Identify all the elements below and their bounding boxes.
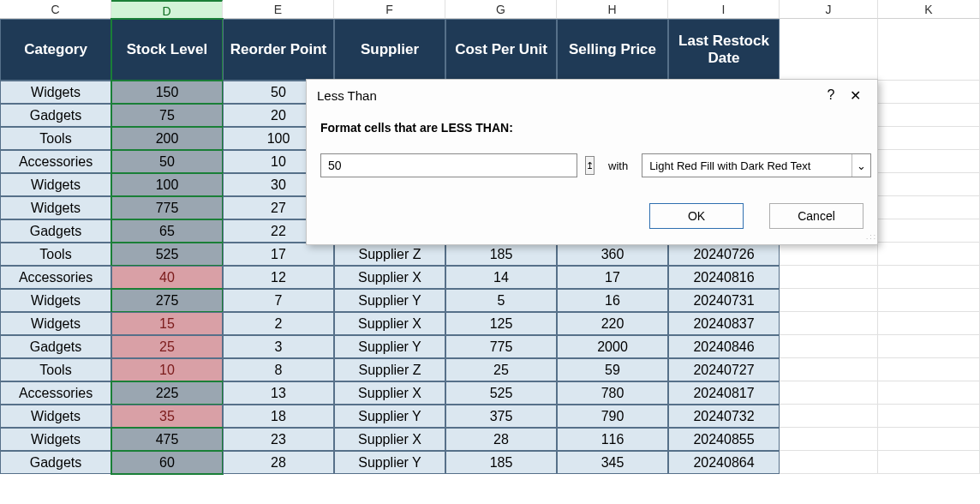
blank-cell[interactable] [780,358,878,381]
cell[interactable]: Widgets [0,312,111,335]
column-header-D[interactable]: D [111,0,223,19]
blank-cell[interactable] [878,196,980,219]
blank-cell[interactable] [878,335,980,358]
column-header-I[interactable]: I [668,0,780,19]
cancel-button[interactable]: Cancel [769,203,863,229]
close-icon[interactable]: ✕ [843,87,867,104]
cell[interactable]: 200 [111,127,223,150]
blank-cell[interactable] [878,19,980,81]
cell[interactable]: 60 [111,451,223,474]
cell[interactable]: Tools [0,243,111,266]
cell[interactable]: 15 [111,312,223,335]
cell[interactable]: 20240864 [668,451,780,474]
table-header[interactable]: Category [0,19,111,81]
cell[interactable]: Supplier Y [334,405,445,428]
cell[interactable]: Tools [0,127,111,150]
blank-cell[interactable] [878,243,980,266]
cell[interactable]: 775 [445,335,557,358]
blank-cell[interactable] [780,312,878,335]
cell[interactable]: 65 [111,219,223,243]
blank-cell[interactable] [878,381,980,405]
blank-cell[interactable] [878,428,980,451]
blank-cell[interactable] [878,289,980,312]
cell[interactable]: Accessories [0,381,111,405]
blank-cell[interactable] [780,19,878,81]
cell[interactable]: Supplier X [334,312,445,335]
cell[interactable]: Supplier X [334,428,445,451]
cell[interactable]: 16 [557,289,668,312]
blank-cell[interactable] [878,219,980,243]
threshold-input[interactable] [326,158,571,173]
blank-cell[interactable] [878,173,980,196]
cell[interactable]: 116 [557,428,668,451]
cell[interactable]: 20240816 [668,266,780,289]
table-header[interactable]: Supplier [334,19,445,81]
cell[interactable]: Widgets [0,81,111,104]
blank-cell[interactable] [780,451,878,474]
cell[interactable]: Widgets [0,428,111,451]
column-header-J[interactable]: J [780,0,878,19]
table-header[interactable]: Reorder Point [223,19,334,81]
cell[interactable]: 14 [445,266,557,289]
blank-cell[interactable] [780,243,878,266]
cell[interactable]: 185 [445,451,557,474]
column-header-F[interactable]: F [334,0,445,19]
blank-cell[interactable] [780,335,878,358]
cell[interactable]: Gadgets [0,335,111,358]
blank-cell[interactable] [780,289,878,312]
cell[interactable]: 25 [445,358,557,381]
cell[interactable]: 780 [557,381,668,405]
cell[interactable]: 20240837 [668,312,780,335]
cell[interactable]: 100 [111,173,223,196]
column-header-E[interactable]: E [223,0,334,19]
cell[interactable]: 25 [111,335,223,358]
blank-cell[interactable] [780,381,878,405]
cell[interactable]: Widgets [0,289,111,312]
cell[interactable]: 17 [557,266,668,289]
ok-button[interactable]: OK [649,203,744,229]
cell[interactable]: 275 [111,289,223,312]
cell[interactable]: 59 [557,358,668,381]
cell[interactable]: Supplier Z [334,358,445,381]
cell[interactable]: 75 [111,104,223,127]
cell[interactable]: 790 [557,405,668,428]
table-header[interactable]: Stock Level [111,19,223,81]
blank-cell[interactable] [878,127,980,150]
cell[interactable]: 13 [223,381,334,405]
cell[interactable]: Accessories [0,266,111,289]
cell[interactable]: Tools [0,358,111,381]
cell[interactable]: 28 [223,451,334,474]
cell[interactable]: 8 [223,358,334,381]
blank-cell[interactable] [878,150,980,173]
cell[interactable]: 5 [445,289,557,312]
blank-cell[interactable] [780,428,878,451]
cell[interactable]: 150 [111,81,223,104]
cell[interactable]: 20240846 [668,335,780,358]
cell[interactable]: Gadgets [0,451,111,474]
cell[interactable]: Supplier X [334,381,445,405]
blank-cell[interactable] [878,358,980,381]
cell[interactable]: 20240732 [668,405,780,428]
cell[interactable]: 220 [557,312,668,335]
cell[interactable]: Widgets [0,196,111,219]
blank-cell[interactable] [878,312,980,335]
cell[interactable]: 2 [223,312,334,335]
cell[interactable]: 125 [445,312,557,335]
cell[interactable]: Supplier X [334,266,445,289]
cell[interactable]: 525 [445,381,557,405]
cell[interactable]: Widgets [0,173,111,196]
cell[interactable]: 7 [223,289,334,312]
cell[interactable]: 20240727 [668,358,780,381]
cell[interactable]: 40 [111,266,223,289]
table-header[interactable]: Selling Price [557,19,668,81]
blank-cell[interactable] [878,266,980,289]
cell[interactable]: 360 [557,243,668,266]
blank-cell[interactable] [780,405,878,428]
help-icon[interactable]: ? [819,87,843,103]
blank-cell[interactable] [878,104,980,127]
range-selector-icon[interactable]: ↥ [585,156,595,175]
cell[interactable]: 50 [111,150,223,173]
blank-cell[interactable] [878,405,980,428]
cell[interactable]: 775 [111,196,223,219]
cell[interactable]: Gadgets [0,104,111,127]
